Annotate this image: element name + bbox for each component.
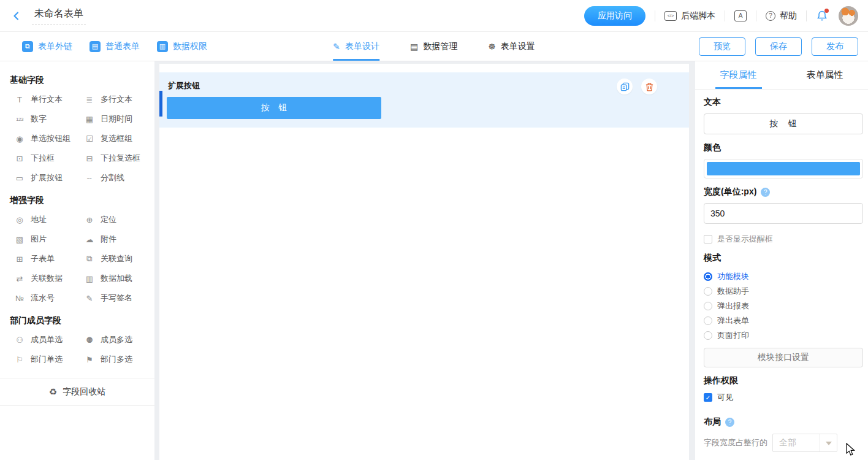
tab-form-settings[interactable]: ☸ 表单设置 <box>488 32 535 61</box>
component-label: 扩展按钮 <box>159 72 689 91</box>
divider-line-icon: ╌ <box>84 174 95 183</box>
mode-option-data-assistant[interactable]: 数据助手 <box>704 284 863 299</box>
show-reminder-checkbox[interactable] <box>704 235 712 243</box>
text-label: 文本 <box>704 97 863 108</box>
data-permission-entry[interactable]: ▥ 数据权限 <box>157 41 207 52</box>
language-switch-icon[interactable]: A <box>734 10 747 21</box>
mode-option-page-print[interactable]: 页面打印 <box>704 328 863 343</box>
single-line-text-icon: T <box>14 95 25 104</box>
save-button[interactable]: 保存 <box>755 37 802 56</box>
linked-data-icon: ⇄ <box>14 274 25 283</box>
palette-item-address[interactable]: ◎地址 <box>10 210 80 229</box>
design-canvas-area: 扩展按钮 按 钮 <box>154 61 695 460</box>
palette-item-linked-data[interactable]: ⇄关联数据 <box>10 269 80 288</box>
radio-icon[interactable] <box>704 302 712 310</box>
form-external-link-entry[interactable]: ⧉ 表单外链 <box>22 41 72 52</box>
visible-checkbox[interactable]: ✓ <box>704 393 712 402</box>
calendar-icon: ▦ <box>84 115 95 124</box>
canvas-button[interactable]: 按 钮 <box>167 97 381 119</box>
palette-item-dept-multi[interactable]: ⚑部门多选 <box>80 350 150 369</box>
app-access-button[interactable]: 应用访问 <box>584 6 645 26</box>
radio-icon: ◉ <box>14 134 25 144</box>
publish-button[interactable]: 发布 <box>812 37 858 56</box>
user-avatar[interactable] <box>839 6 858 26</box>
palette-item-data-load[interactable]: ▥数据加载 <box>80 269 150 288</box>
radio-icon[interactable] <box>704 331 712 340</box>
color-picker[interactable] <box>704 159 863 178</box>
palette-item-checkbox-group[interactable]: ☑复选框组 <box>80 129 150 148</box>
palette-item-member-single[interactable]: ⚇成员单选 <box>10 330 80 350</box>
palette-item-multi-select[interactable]: ⊟下拉复选框 <box>80 148 150 168</box>
departments-icon: ⚑ <box>84 355 95 364</box>
palette-item-number[interactable]: 123数字 <box>10 109 80 129</box>
palette-item-attachment[interactable]: ☁附件 <box>80 229 150 249</box>
radio-icon[interactable] <box>704 316 712 325</box>
image-icon: ▧ <box>14 235 25 244</box>
notification-dot <box>824 9 829 13</box>
tab-form-design[interactable]: ✎ 表单设计 <box>333 32 379 61</box>
mode-option-function-module[interactable]: 功能模块 <box>704 269 863 284</box>
people-icon: ⚉ <box>84 335 95 345</box>
field-width-select[interactable]: 全部 <box>772 434 837 452</box>
tab-form-properties[interactable]: 表单属性 <box>782 61 868 89</box>
mode-label: 模式 <box>704 253 863 264</box>
bar-chart-icon: ▥ <box>157 41 168 52</box>
radio-selected-icon[interactable] <box>704 272 712 281</box>
help-button[interactable]: ? 帮助 <box>766 10 797 21</box>
show-reminder-row[interactable]: 是否显示提醒框 <box>704 234 863 245</box>
palette-item-divider-line[interactable]: ╌分割线 <box>80 168 150 188</box>
module-interface-settings-button[interactable]: 模块接口设置 <box>704 348 863 367</box>
checkbox-icon: ☑ <box>84 134 95 144</box>
divider <box>806 10 807 21</box>
person-icon: ⚇ <box>14 335 25 345</box>
subform-icon: ⊞ <box>14 255 25 264</box>
palette-item-dept-single[interactable]: ⚐部门单选 <box>10 350 80 369</box>
palette-item-member-multi[interactable]: ⚉成员多选 <box>80 330 150 350</box>
top-header: 未命名表单 应用访问 </> 后端脚本 A ? 帮助 <box>0 0 868 32</box>
palette-item-radio-group[interactable]: ◉单选按钮组 <box>10 129 80 148</box>
location-pin-icon: ◎ <box>14 215 25 224</box>
backend-script-button[interactable]: </> 后端脚本 <box>664 10 715 21</box>
normal-form-entry[interactable]: ▤ 普通表单 <box>89 41 140 52</box>
field-width-row-label: 字段宽度占整行的 <box>704 437 767 448</box>
layout-help-icon[interactable]: ? <box>725 418 734 427</box>
palette-item-single-line-text[interactable]: T单行文本 <box>10 90 80 109</box>
palette-item-select[interactable]: ⊡下拉框 <box>10 148 80 168</box>
mode-option-popup-report[interactable]: 弹出报表 <box>704 299 863 313</box>
field-palette-sidebar: 基础字段 T单行文本 ≣多行文本 123数字 ▦日期时间 ◉单选按钮组 ☑复选框… <box>0 61 154 460</box>
selected-extend-button-component[interactable]: 扩展按钮 按 钮 <box>159 72 689 128</box>
palette-item-locate[interactable]: ⊕定位 <box>80 210 150 229</box>
notification-bell-button[interactable] <box>816 9 829 23</box>
palette-item-signature[interactable]: ✎手写签名 <box>80 288 150 308</box>
page-title[interactable]: 未命名表单 <box>32 6 86 25</box>
button-text-input[interactable] <box>704 113 863 134</box>
palette-item-linked-query[interactable]: ⧉关联查询 <box>80 249 150 269</box>
visible-row[interactable]: ✓ 可见 <box>704 392 863 403</box>
operation-permission-label: 操作权限 <box>704 375 863 386</box>
sub-toolbar: ⧉ 表单外链 ▤ 普通表单 ▥ 数据权限 ✎ 表单设计 ▤ 数据管理 ☸ <box>0 32 868 61</box>
chevron-left-icon <box>12 11 21 21</box>
delete-component-button[interactable] <box>641 79 657 94</box>
palette-item-datetime[interactable]: ▦日期时间 <box>80 109 150 129</box>
preview-button[interactable]: 预览 <box>699 37 745 56</box>
palette-item-multiline-text[interactable]: ≣多行文本 <box>80 90 150 109</box>
form-canvas[interactable]: 扩展按钮 按 钮 <box>159 64 689 460</box>
mode-option-popup-form[interactable]: 弹出表单 <box>704 313 863 328</box>
palette-item-extend-button[interactable]: ▭扩展按钮 <box>10 168 80 188</box>
copy-component-button[interactable] <box>617 79 633 94</box>
width-help-icon[interactable]: ? <box>761 188 770 197</box>
field-recycle-bin-button[interactable]: ♻ 字段回收站 <box>0 378 154 406</box>
width-input[interactable] <box>704 203 863 224</box>
tab-field-properties[interactable]: 字段属性 <box>695 61 782 89</box>
cloud-upload-icon: ☁ <box>84 235 95 244</box>
radio-icon[interactable] <box>704 287 712 296</box>
tab-data-management[interactable]: ▤ 数据管理 <box>410 32 457 61</box>
palette-item-subform[interactable]: ⊞子表单 <box>10 249 80 269</box>
palette-item-image[interactable]: ▧图片 <box>10 229 80 249</box>
help-icon: ? <box>766 11 775 21</box>
palette-item-serial-number[interactable]: №流水号 <box>10 288 80 308</box>
back-button[interactable] <box>10 9 23 23</box>
dropdown-multi-icon: ⊟ <box>84 154 95 163</box>
data-load-icon: ▥ <box>84 274 95 283</box>
dropdown-icon: ⊡ <box>14 154 25 163</box>
